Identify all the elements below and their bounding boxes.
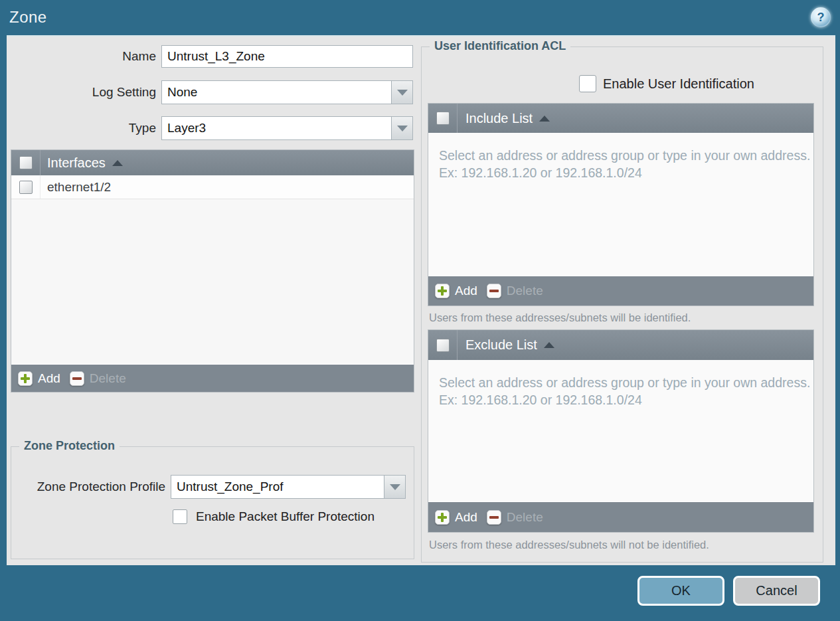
interfaces-delete-button[interactable]: Delete [70, 371, 126, 386]
exclude-delete-label: Delete [507, 510, 543, 525]
enable-user-identification-label: Enable User Identification [603, 75, 754, 92]
log-setting-input[interactable] [161, 80, 392, 104]
packet-buffer-protection-checkbox[interactable] [173, 509, 187, 524]
exclude-add-label: Add [455, 510, 477, 525]
log-setting-dropdown-button[interactable] [392, 80, 413, 104]
zone-protection-legend: Zone Protection [19, 439, 120, 453]
exclude-select-all-cell [428, 330, 458, 360]
name-input[interactable] [161, 45, 413, 68]
log-setting-label: Log Setting [7, 80, 156, 104]
chevron-down-icon [397, 126, 408, 132]
include-list-table: Include List Select an address or addres… [428, 103, 814, 306]
exclude-list-table: Exclude List Select an address or addres… [428, 329, 814, 533]
dialog-title: Zone [9, 8, 47, 27]
type-dropdown-button[interactable] [392, 116, 413, 140]
add-plus-icon [435, 284, 450, 298]
include-delete-label: Delete [507, 284, 543, 298]
exclude-list-placeholder: Select an address or address group or ty… [439, 375, 813, 408]
include-list-note: Users from these addresses/subnets will … [429, 311, 691, 324]
add-plus-icon [435, 510, 450, 525]
interfaces-table-footer: Add Delete [11, 364, 414, 392]
help-icon: ? [817, 11, 825, 23]
exclude-add-button[interactable]: Add [435, 510, 477, 525]
sort-ascending-icon [539, 116, 550, 122]
include-list-body[interactable]: Select an address or address group or ty… [428, 133, 813, 276]
delete-minus-icon [70, 371, 84, 386]
delete-minus-icon [487, 510, 501, 525]
include-list-footer: Add Delete [428, 276, 813, 306]
help-button[interactable]: ? [811, 7, 831, 27]
dialog-body: Name Log Setting Type Interfaces [7, 35, 835, 565]
include-select-all-checkbox[interactable] [436, 112, 450, 125]
sort-ascending-icon [112, 160, 123, 166]
packet-buffer-protection-label: Enable Packet Buffer Protection [196, 509, 375, 524]
zone-protection-group: Zone Protection Zone Protection Profile … [11, 446, 414, 559]
interfaces-delete-label: Delete [90, 371, 126, 386]
include-list-column-header[interactable]: Include List [465, 111, 533, 126]
interfaces-table-header: Interfaces [11, 150, 414, 175]
interfaces-table-body: ethernet1/2 [11, 175, 414, 364]
zone-protection-profile-input[interactable] [171, 475, 384, 499]
user-identification-acl-group: User Identification ACL Enable User Iden… [421, 46, 823, 563]
zone-protection-profile-label: Zone Protection Profile [11, 475, 165, 499]
interface-row[interactable]: ethernet1/2 [11, 175, 414, 199]
type-input[interactable] [161, 116, 392, 140]
chevron-down-icon [397, 90, 408, 96]
enable-user-identification-checkbox[interactable] [579, 75, 596, 92]
name-label: Name [7, 45, 156, 68]
interfaces-select-all-cell [11, 150, 41, 175]
name-field-wrap [161, 45, 413, 68]
interface-row-checkbox-cell [11, 175, 41, 199]
delete-minus-icon [487, 284, 501, 298]
exclude-list-note: Users from these addresses/subnets will … [429, 539, 709, 551]
interfaces-table: Interfaces ethernet1/2 Add Dele [11, 149, 414, 393]
user-identification-acl-legend: User Identification ACL [430, 39, 570, 53]
exclude-list-column-header[interactable]: Exclude List [465, 337, 537, 353]
exclude-list-footer: Add Delete [428, 501, 813, 532]
ok-button[interactable]: OK [637, 576, 724, 606]
log-setting-combo [161, 80, 413, 104]
titlebar: Zone ? [0, 0, 840, 35]
add-plus-icon [18, 371, 33, 386]
interface-name: ethernet1/2 [47, 180, 111, 195]
zone-protection-profile-dropdown-button[interactable] [384, 475, 406, 499]
include-list-header: Include List [428, 104, 813, 133]
type-combo [161, 116, 413, 140]
interfaces-add-label: Add [38, 371, 60, 386]
sort-ascending-icon [544, 342, 554, 348]
include-list-placeholder: Select an address or address group or ty… [439, 147, 813, 181]
include-select-all-cell [428, 104, 458, 133]
include-add-label: Add [455, 284, 477, 298]
exclude-select-all-checkbox[interactable] [436, 339, 450, 352]
zone-dialog: Zone ? Name Log Setting Type [0, 0, 840, 621]
cancel-button[interactable]: Cancel [733, 576, 820, 606]
interfaces-column-header[interactable]: Interfaces [47, 155, 106, 171]
include-delete-button[interactable]: Delete [487, 284, 543, 298]
chevron-down-icon [390, 484, 400, 490]
interface-row-checkbox[interactable] [19, 181, 33, 194]
exclude-list-header: Exclude List [428, 330, 813, 360]
type-label: Type [7, 116, 156, 140]
include-add-button[interactable]: Add [435, 284, 477, 298]
interfaces-select-all-checkbox[interactable] [19, 156, 33, 169]
interfaces-add-button[interactable]: Add [18, 371, 60, 386]
exclude-delete-button[interactable]: Delete [487, 510, 543, 525]
zone-protection-profile-combo [171, 475, 406, 499]
exclude-list-body[interactable]: Select an address or address group or ty… [428, 360, 813, 501]
